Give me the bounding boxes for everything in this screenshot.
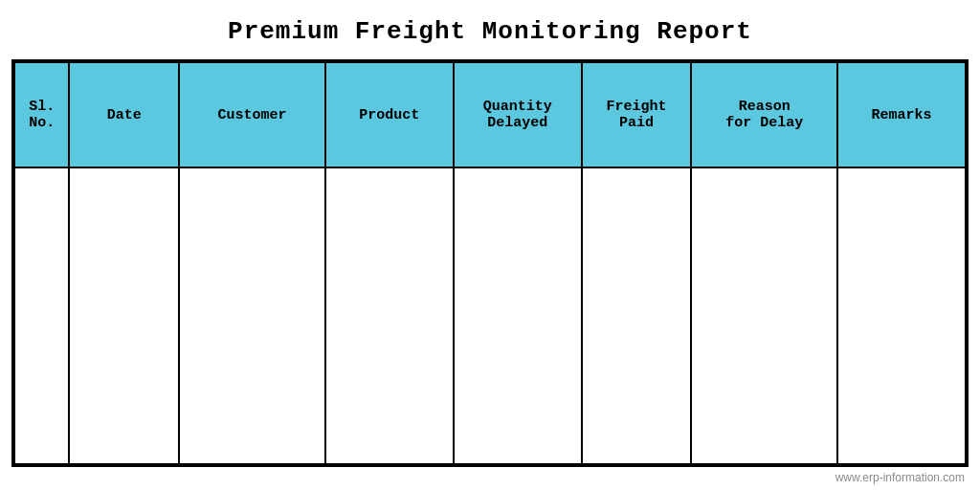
header-remarks: Remarks <box>837 62 966 167</box>
cell-quantity-delayed <box>454 167 582 464</box>
cell-reason-for-delay <box>691 167 837 464</box>
header-customer: Customer <box>179 62 325 167</box>
header-date: Date <box>69 62 179 167</box>
page-title: Premium Freight Monitoring Report <box>228 17 752 46</box>
report-table-wrapper: Sl.No. Date Customer Product QuantityDel… <box>11 59 969 467</box>
header-sl-no: Sl.No. <box>14 62 69 167</box>
cell-sl-no <box>14 167 69 464</box>
cell-remarks <box>837 167 966 464</box>
header-quantity-delayed: QuantityDelayed <box>454 62 582 167</box>
header-reason-for-delay: Reasonfor Delay <box>691 62 837 167</box>
watermark: www.erp-information.com <box>11 471 969 484</box>
header-product: Product <box>325 62 454 167</box>
cell-freight-paid <box>582 167 692 464</box>
cell-date <box>69 167 179 464</box>
table-header-row: Sl.No. Date Customer Product QuantityDel… <box>14 62 966 167</box>
cell-product <box>325 167 454 464</box>
table-row <box>14 167 966 464</box>
header-freight-paid: FreightPaid <box>582 62 692 167</box>
cell-customer <box>179 167 325 464</box>
report-table: Sl.No. Date Customer Product QuantityDel… <box>13 61 967 465</box>
